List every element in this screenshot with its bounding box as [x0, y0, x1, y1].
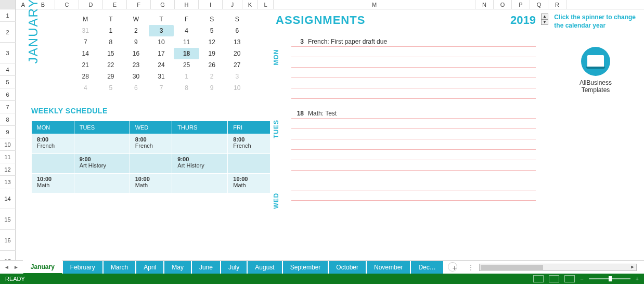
row-header[interactable]: 13 — [0, 176, 16, 188]
scroll-thumb[interactable] — [481, 265, 543, 270]
sheet-tab[interactable]: Dec… — [410, 261, 443, 274]
calendar-day[interactable]: 26 — [199, 59, 225, 71]
column-header[interactable]: J — [223, 0, 242, 9]
tab-nav-buttons[interactable]: ◄ ► — [0, 261, 23, 274]
calendar-day[interactable]: 18 — [174, 48, 199, 59]
column-header[interactable]: R — [548, 0, 566, 9]
view-pagebreak-icon[interactable] — [564, 275, 575, 282]
calendar-day[interactable]: 29 — [98, 71, 124, 82]
row-header[interactable]: 12 — [0, 163, 16, 176]
tab-nav-next-icon[interactable]: ► — [14, 264, 19, 270]
calendar-day[interactable]: 9 — [123, 36, 149, 48]
row-header[interactable]: 8 — [0, 113, 16, 126]
row-header[interactable]: 5 — [0, 76, 16, 88]
column-header[interactable]: P — [512, 0, 530, 9]
ws-cell[interactable] — [74, 134, 130, 154]
calendar-day[interactable]: 13 — [224, 36, 250, 48]
calendar-day[interactable]: 1 — [174, 71, 199, 82]
ws-cell[interactable] — [74, 174, 130, 193]
sheet-tab[interactable]: July — [221, 261, 247, 274]
column-header[interactable]: K — [242, 0, 258, 9]
view-layout-icon[interactable] — [549, 275, 559, 282]
ws-cell[interactable] — [130, 154, 172, 174]
sheet-tab[interactable]: November — [366, 261, 410, 274]
assignment-line[interactable] — [291, 78, 536, 88]
ws-cell[interactable]: 10:00Math — [32, 174, 74, 193]
calendar-day[interactable]: 5 — [98, 82, 124, 94]
assignment-line[interactable]: 18Math: Test — [291, 108, 536, 119]
zoom-slider[interactable] — [589, 278, 630, 279]
calendar-day[interactable]: 6 — [123, 82, 149, 94]
calendar-day[interactable]: 14 — [73, 48, 98, 59]
calendar-day[interactable]: 22 — [98, 59, 124, 71]
calendar-day[interactable]: 21 — [73, 59, 98, 71]
calendar-day[interactable]: 10 — [224, 82, 250, 94]
calendar-day[interactable]: 16 — [123, 48, 149, 59]
row-header[interactable]: 1 — [0, 9, 16, 22]
calendar-day[interactable]: 30 — [123, 71, 149, 82]
calendar-day[interactable]: 17 — [149, 48, 174, 59]
calendar-day[interactable]: 24 — [149, 59, 174, 71]
row-header[interactable]: 7 — [0, 101, 16, 113]
ws-cell[interactable]: 8:00French — [130, 134, 172, 154]
sheet-tab[interactable]: October — [328, 261, 366, 274]
assignment-line[interactable] — [291, 119, 536, 129]
row-header[interactable]: 16 — [0, 230, 16, 251]
row-header[interactable]: 2 — [0, 22, 16, 43]
calendar-day[interactable]: 7 — [149, 82, 174, 94]
calendar-day[interactable]: 8 — [174, 82, 199, 94]
calendar-day[interactable]: 15 — [98, 48, 124, 59]
assignment-line[interactable] — [291, 150, 536, 160]
column-header[interactable]: Q — [530, 0, 548, 9]
calendar-day[interactable]: 10 — [149, 36, 174, 48]
calendar-day[interactable]: 3 — [224, 71, 250, 82]
column-header[interactable]: N — [475, 0, 494, 9]
ws-cell[interactable]: 8:00French — [32, 134, 74, 154]
assignment-line[interactable] — [291, 47, 536, 57]
column-header[interactable]: F — [127, 0, 151, 9]
assignment-line[interactable] — [291, 57, 536, 68]
calendar-day[interactable]: 4 — [73, 82, 98, 94]
row-header[interactable]: 6 — [0, 88, 16, 101]
assignment-line[interactable] — [291, 129, 536, 139]
worksheet-area[interactable]: JANUARY MTWTFSS 311234567891011121314151… — [16, 9, 644, 260]
calendar-day[interactable]: 6 — [224, 25, 250, 36]
row-header[interactable]: 10 — [0, 138, 16, 151]
assignment-line[interactable] — [291, 190, 536, 201]
year-spinner[interactable]: ▲ ▼ — [541, 14, 549, 25]
assignment-line[interactable] — [291, 139, 536, 150]
calendar-day[interactable]: 27 — [224, 59, 250, 71]
sheet-tab[interactable]: April — [136, 261, 164, 274]
ws-cell[interactable] — [32, 154, 74, 174]
calendar-day[interactable]: 23 — [123, 59, 149, 71]
tab-nav-prev-icon[interactable]: ◄ — [4, 264, 9, 270]
row-header[interactable]: 3 — [0, 43, 16, 63]
ws-cell[interactable]: 8:00French — [228, 134, 271, 154]
sheet-tab[interactable]: March — [103, 261, 136, 274]
calendar-day[interactable]: 11 — [174, 36, 199, 48]
calendar-day[interactable]: 2 — [199, 71, 225, 82]
ws-cell[interactable] — [172, 134, 228, 154]
assignment-line[interactable] — [291, 68, 536, 78]
horizontal-scrollbar[interactable]: ◄ ► — [479, 264, 637, 271]
ws-cell[interactable] — [172, 174, 228, 193]
column-header[interactable]: G — [151, 0, 175, 9]
sheet-tab[interactable]: February — [62, 261, 103, 274]
calendar-day[interactable]: 28 — [73, 71, 98, 82]
calendar-day[interactable]: 19 — [199, 48, 225, 59]
scroll-right-icon[interactable]: ► — [629, 264, 636, 270]
column-header[interactable]: E — [103, 0, 127, 9]
calendar-day[interactable]: 20 — [224, 48, 250, 59]
ws-cell[interactable]: 9:00Art History — [172, 154, 228, 174]
calendar-day[interactable]: 1 — [98, 25, 124, 36]
calendar-day[interactable]: 7 — [73, 36, 98, 48]
ws-cell[interactable]: 10:00Math — [130, 174, 172, 193]
sheet-tab[interactable]: May — [164, 261, 191, 274]
calendar-day[interactable]: 3 — [149, 25, 174, 36]
row-header[interactable]: 9 — [0, 126, 16, 138]
ws-cell[interactable]: 10:00Math — [228, 174, 271, 193]
assignment-line[interactable] — [291, 88, 536, 99]
calendar-day[interactable]: 5 — [199, 25, 225, 36]
zoom-out-icon[interactable]: − — [580, 276, 583, 282]
spinner-down-icon[interactable]: ▼ — [541, 19, 548, 25]
